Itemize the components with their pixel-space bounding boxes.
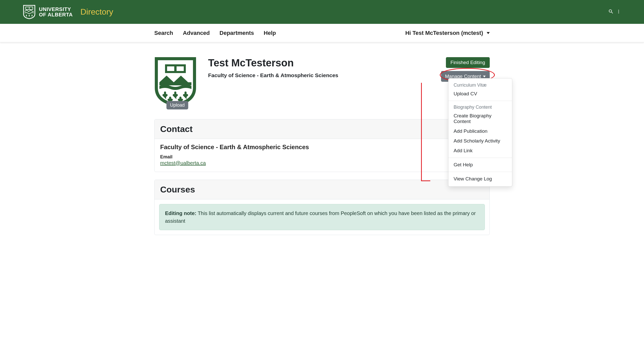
contact-card-title: Contact [155, 119, 489, 139]
university-logo-block[interactable]: UNIVERSITY OF ALBERTA [23, 5, 73, 19]
avatar: Upload [154, 57, 200, 107]
dropdown-divider [448, 101, 512, 101]
courses-editing-note: Editing note: This list automatically di… [159, 204, 485, 230]
dropdown-create-bio[interactable]: Create Biography Content [448, 111, 512, 126]
dropdown-upload-cv[interactable]: Upload CV [448, 89, 512, 99]
dropdown-get-help[interactable]: Get Help [448, 160, 512, 170]
dropdown-header-cv: Curriculum Vitæ [448, 81, 512, 89]
manage-content-dropdown: Curriculum Vitæ Upload CV Biography Cont… [448, 78, 512, 187]
dropdown-header-bio: Biography Content [448, 103, 512, 111]
svg-rect-7 [177, 66, 184, 71]
contact-department: Faculty of Science - Earth & Atmospheric… [160, 144, 484, 151]
ua-shield-logo-icon [23, 5, 35, 19]
svg-point-3 [618, 11, 619, 12]
note-body: This list automatically displays current… [165, 210, 476, 224]
caret-down-icon [487, 32, 490, 34]
finished-editing-button[interactable]: Finished Editing [446, 57, 490, 68]
action-column: Finished Editing Manage Content Curricul… [441, 57, 490, 82]
dropdown-divider [448, 172, 512, 172]
nav-bar: Search Advanced Departments Help Hi Test… [0, 24, 644, 42]
search-icon[interactable] [608, 9, 614, 15]
contact-card: Contact Faculty of Science - Earth & Atm… [154, 119, 490, 172]
svg-rect-6 [167, 66, 174, 71]
dropdown-add-link[interactable]: Add Link [448, 146, 512, 156]
svg-point-2 [618, 10, 619, 11]
dropdown-add-scholarly[interactable]: Add Scholarly Activity [448, 136, 512, 146]
user-greeting: Hi Test McTesterson (mctest) [405, 30, 483, 36]
profile-name: Test McTesterson [208, 57, 433, 69]
dropdown-view-change-log[interactable]: View Change Log [448, 174, 512, 184]
university-name: UNIVERSITY OF ALBERTA [39, 7, 73, 17]
nav-search[interactable]: Search [154, 30, 173, 36]
contact-email-link[interactable]: mctest@ualberta.ca [160, 160, 206, 166]
more-options-icon[interactable] [616, 9, 621, 15]
caret-down-icon [483, 76, 486, 77]
nav-advanced[interactable]: Advanced [183, 30, 210, 36]
dropdown-add-publication[interactable]: Add Publication [448, 126, 512, 136]
courses-card: Courses Editing note: This list automati… [154, 180, 490, 235]
site-title[interactable]: Directory [80, 7, 113, 17]
upload-avatar-button[interactable]: Upload [166, 101, 188, 109]
note-prefix: Editing note: [165, 210, 196, 216]
svg-point-4 [618, 12, 619, 13]
top-header: UNIVERSITY OF ALBERTA Directory [0, 0, 644, 24]
nav-help[interactable]: Help [264, 30, 276, 36]
profile-shield-icon [154, 57, 197, 106]
courses-card-title: Courses [155, 180, 489, 199]
profile-affiliation: Faculty of Science - Earth & Atmospheric… [208, 72, 433, 78]
dropdown-divider [448, 158, 512, 158]
nav-departments[interactable]: Departments [220, 30, 254, 36]
user-menu[interactable]: Hi Test McTesterson (mctest) [405, 30, 490, 36]
contact-email-label: Email [160, 154, 484, 160]
